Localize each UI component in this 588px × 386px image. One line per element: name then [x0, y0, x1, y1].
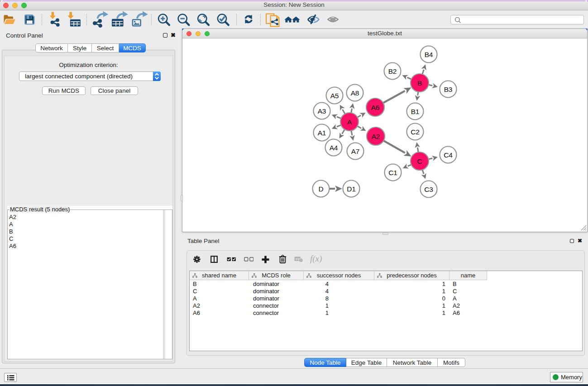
svg-text:C: C	[417, 157, 422, 165]
svg-text:C1: C1	[388, 169, 397, 176]
svg-text:D1: D1	[347, 185, 355, 193]
svg-text:A: A	[347, 118, 352, 126]
svg-text:B: B	[417, 79, 422, 87]
svg-text:C2: C2	[411, 128, 419, 136]
svg-text:A6: A6	[371, 104, 380, 111]
svg-text:C4: C4	[444, 151, 453, 159]
svg-text:B3: B3	[444, 86, 453, 93]
svg-text:B1: B1	[411, 108, 420, 115]
svg-text:A4: A4	[330, 144, 338, 152]
svg-text:A7: A7	[351, 148, 360, 155]
svg-text:A8: A8	[351, 89, 359, 97]
svg-text:B2: B2	[388, 67, 397, 75]
svg-text:C3: C3	[424, 186, 433, 193]
svg-text:D: D	[319, 185, 324, 193]
svg-text:A3: A3	[318, 107, 326, 115]
svg-text:B4: B4	[425, 51, 433, 58]
svg-text:A1: A1	[318, 129, 326, 137]
svg-text:A5: A5	[330, 92, 339, 100]
svg-text:A2: A2	[372, 133, 380, 140]
